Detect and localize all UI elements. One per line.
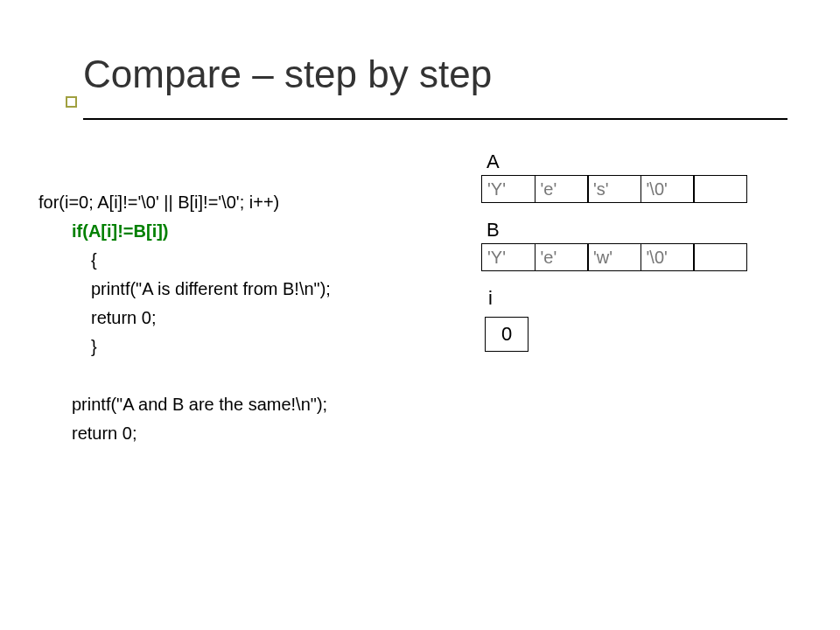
code-line-printf-diff: printf("A is different from B!\n"); <box>38 275 458 304</box>
array-a-cell: '\0' <box>640 175 695 203</box>
code-line-brace-open: { <box>38 246 458 275</box>
array-b-label: B <box>486 219 805 242</box>
title-area: Compare – step by step <box>83 48 788 120</box>
code-line-return2: return 0; <box>38 419 458 448</box>
code-line-if: if(A[i]!=B[i]) <box>38 217 458 246</box>
var-i-label: i <box>488 287 805 310</box>
code-line-printf-same: printf("A and B are the same!\n"); <box>38 390 458 419</box>
code-line-return1: return 0; <box>38 304 458 332</box>
array-b-cell <box>693 243 747 271</box>
array-a-cell: 's' <box>587 175 641 203</box>
array-b-cell: 'Y' <box>481 243 536 271</box>
array-a-cell <box>693 175 747 203</box>
array-a-cell: 'e' <box>535 175 589 203</box>
array-b-cell: '\0' <box>640 243 695 271</box>
array-b-cells: 'Y' 'e' 'w' '\0' <box>481 243 805 271</box>
array-a-cells: 'Y' 'e' 's' '\0' <box>481 175 805 203</box>
code-block: for(i=0; A[i]!='\0' || B[i]!='\0'; i++) … <box>38 188 458 448</box>
arrays-panel: A 'Y' 'e' 's' '\0' B 'Y' 'e' 'w' '\0' i … <box>481 150 805 352</box>
slide: Compare – step by step for(i=0; A[i]!='\… <box>0 0 840 630</box>
slide-title: Compare – step by step <box>83 48 788 101</box>
array-b-cell: 'w' <box>587 243 641 271</box>
array-a-label: A <box>486 150 805 173</box>
var-i-cell: 0 <box>485 317 528 352</box>
array-a-cell: 'Y' <box>481 175 536 203</box>
code-line-blank <box>38 361 458 390</box>
code-line-brace-close: } <box>38 332 458 361</box>
array-b-cell: 'e' <box>535 243 589 271</box>
code-line-for: for(i=0; A[i]!='\0' || B[i]!='\0'; i++) <box>38 188 458 217</box>
title-bullet-icon <box>66 96 77 108</box>
